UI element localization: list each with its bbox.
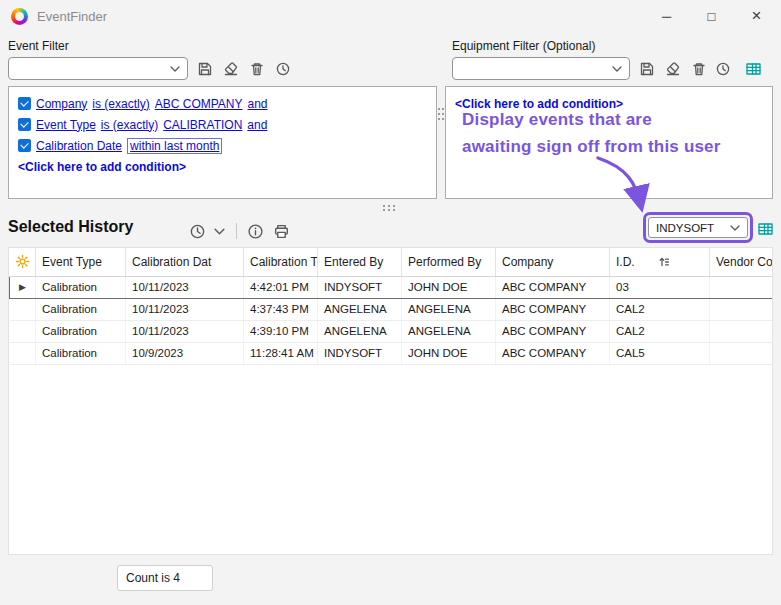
table-row[interactable]: ▶Calibration10/11/20234:42:01 PMINDYSOFT…	[10, 276, 774, 298]
table-cell[interactable]: 4:42:01 PM	[244, 276, 318, 298]
column-header-label: I.D.	[616, 255, 635, 269]
trash-icon	[691, 61, 707, 77]
table-cell[interactable]: ABC COMPANY	[496, 320, 610, 342]
save-equipment-filter-button[interactable]	[636, 58, 658, 80]
chevron-down-icon	[612, 66, 622, 72]
user-filter-combobox[interactable]: INDYSOFT	[648, 217, 748, 238]
column-header-id[interactable]: I.D.	[610, 248, 710, 276]
condition-segment-link[interactable]: Event Type	[36, 118, 96, 132]
column-header-event-type[interactable]: Event Type	[36, 248, 126, 276]
horizontal-splitter[interactable]	[383, 205, 399, 213]
table-cell[interactable]	[710, 298, 774, 320]
table-row[interactable]: Calibration10/11/20234:39:10 PMANGELENAA…	[10, 320, 774, 342]
condition-checkbox[interactable]	[18, 139, 31, 152]
window-controls: ─ □ ×	[644, 0, 779, 32]
section-title: Selected History	[8, 218, 133, 236]
table-cell[interactable]: ABC COMPANY	[496, 298, 610, 320]
table-cell[interactable]: 10/11/2023	[126, 276, 244, 298]
table-cell[interactable]: 03	[610, 276, 710, 298]
maximize-button[interactable]: □	[689, 0, 734, 32]
close-button[interactable]: ×	[734, 0, 779, 32]
application-window: EventFinder ─ □ × Event Filter Equipment…	[0, 0, 781, 605]
table-cell[interactable]: ANGELENA	[402, 298, 496, 320]
event-filter-history-button[interactable]	[272, 58, 294, 80]
annotation-highlight-box: INDYSOFT	[643, 212, 753, 243]
table-cell[interactable]: INDYSOFT	[318, 276, 402, 298]
user-list-button[interactable]	[754, 218, 778, 240]
event-conditions-panel: Companyis (exactly)ABC COMPANYandEvent T…	[8, 86, 437, 199]
minimize-button[interactable]: ─	[644, 0, 689, 32]
event-filter-combobox[interactable]	[8, 57, 188, 80]
table-cell[interactable]: 10/11/2023	[126, 320, 244, 342]
sun-icon	[10, 254, 36, 269]
column-header-calibration-date[interactable]: Calibration Dat	[126, 248, 244, 276]
table-cell[interactable]: CAL2	[610, 320, 710, 342]
history-expand-button[interactable]	[210, 220, 228, 242]
table-cell[interactable]	[710, 342, 774, 364]
settings-column-header[interactable]	[10, 248, 36, 276]
column-header-entered-by[interactable]: Entered By	[318, 248, 402, 276]
clear-equipment-filter-button[interactable]	[662, 58, 684, 80]
history-time-button[interactable]	[186, 220, 208, 242]
row-indicator: ▶	[10, 276, 36, 298]
condition-checkbox[interactable]	[18, 118, 31, 131]
save-icon	[197, 61, 213, 77]
table-cell[interactable]: JOHN DOE	[402, 276, 496, 298]
condition-segment-link[interactable]: is (exactly)	[92, 97, 149, 111]
print-button[interactable]	[270, 220, 292, 242]
add-condition-link[interactable]: <Click here to add condition>	[18, 156, 186, 177]
condition-segment-link[interactable]: Calibration Date	[36, 139, 122, 153]
condition-segment-link[interactable]: and	[247, 118, 267, 132]
table-cell[interactable]: CAL5	[610, 342, 710, 364]
delete-event-filter-button[interactable]	[246, 58, 268, 80]
table-cell[interactable]: 10/9/2023	[126, 342, 244, 364]
window-title: EventFinder	[37, 9, 107, 24]
condition-segment-link[interactable]: CALIBRATION	[163, 118, 242, 132]
table-cell[interactable]: ANGELENA	[402, 320, 496, 342]
column-header-calibration-time[interactable]: Calibration Ti	[244, 248, 318, 276]
table-cell[interactable]: INDYSOFT	[318, 342, 402, 364]
table-cell[interactable]: 4:39:10 PM	[244, 320, 318, 342]
equipment-list-button[interactable]	[740, 58, 768, 80]
save-event-filter-button[interactable]	[194, 58, 216, 80]
table-cell[interactable]: Calibration	[36, 298, 126, 320]
condition-segment-link[interactable]: is (exactly)	[101, 118, 158, 132]
condition-segment-link[interactable]: Company	[36, 97, 87, 111]
clear-event-filter-button[interactable]	[220, 58, 242, 80]
table-cell[interactable]: Calibration	[36, 276, 126, 298]
table-cell[interactable]: CAL2	[610, 298, 710, 320]
equipment-filter-history-button[interactable]	[712, 58, 734, 80]
info-button[interactable]	[244, 220, 266, 242]
condition-segment-link[interactable]: ABC COMPANY	[155, 97, 243, 111]
table-row[interactable]: Calibration10/11/20234:37:43 PMANGELENAA…	[10, 298, 774, 320]
column-header-vendor[interactable]: Vendor Co	[710, 248, 774, 276]
table-row[interactable]: Calibration10/9/202311:28:41 AMINDYSOFTJ…	[10, 342, 774, 364]
table-cell[interactable]: ABC COMPANY	[496, 276, 610, 298]
condition-row: Event Typeis (exactly)CALIBRATIONand	[18, 114, 427, 135]
column-header-company[interactable]: Company	[496, 248, 610, 276]
column-header-performed-by[interactable]: Performed By	[402, 248, 496, 276]
table-cell[interactable]: JOHN DOE	[402, 342, 496, 364]
condition-segment-link[interactable]: within last month	[127, 138, 222, 154]
table-cell[interactable]: ANGELENA	[318, 320, 402, 342]
table-cell[interactable]	[710, 320, 774, 342]
table-cell[interactable]: Calibration	[36, 320, 126, 342]
printer-icon	[273, 223, 290, 240]
condition-segment-link[interactable]: and	[248, 97, 268, 111]
count-field[interactable]: Count is 4	[117, 565, 213, 591]
table-cell[interactable]: Calibration	[36, 342, 126, 364]
table-cell[interactable]: ANGELENA	[318, 298, 402, 320]
condition-checkbox[interactable]	[18, 97, 31, 110]
table-cell[interactable]: 10/11/2023	[126, 298, 244, 320]
equipment-filter-combobox[interactable]	[452, 57, 630, 80]
history-table-container: Event Type Calibration Dat Calibration T…	[8, 247, 773, 555]
condition-row: Calibration Datewithin last month	[18, 135, 427, 156]
combobox-value: INDYSOFT	[656, 222, 730, 234]
table-cell[interactable]: ABC COMPANY	[496, 342, 610, 364]
table-cell[interactable]: 4:37:43 PM	[244, 298, 318, 320]
delete-equipment-filter-button[interactable]	[688, 58, 710, 80]
clock-icon	[189, 223, 206, 240]
table-cell[interactable]: 11:28:41 AM	[244, 342, 318, 364]
chevron-down-icon	[170, 66, 180, 72]
table-cell[interactable]	[710, 276, 774, 298]
